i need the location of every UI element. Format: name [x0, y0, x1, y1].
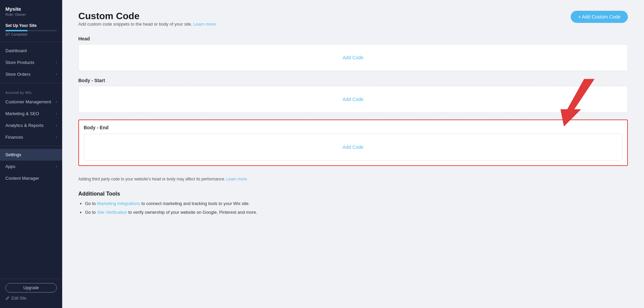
finances-label: Finances: [5, 135, 23, 140]
store-products-chevron: ›: [56, 61, 57, 64]
body-end-section: Body - End Add Code: [78, 119, 628, 166]
sidebar-header: Mysite Role: Owner: [0, 0, 62, 20]
apps-chevron: ›: [56, 165, 57, 168]
finances-chevron: ›: [56, 135, 57, 139]
body-start-code-box[interactable]: Add Code: [78, 86, 628, 113]
sidebar-item-analytics-reports[interactable]: Analytics & Reports ›: [0, 119, 62, 131]
customer-management-chevron: ›: [56, 100, 57, 104]
sidebar-item-store-products[interactable]: Store Products ›: [0, 57, 62, 68]
store-products-label: Store Products: [5, 60, 34, 65]
site-name: Mysite: [5, 6, 57, 12]
tool-2-suffix: to verify ownership of your website on G…: [128, 210, 257, 215]
body-start-section-label: Body - Start: [78, 78, 628, 83]
additional-tools-section: Additional Tools Go to Marketing Integra…: [78, 191, 628, 215]
add-custom-code-button[interactable]: + Add Custom Code: [571, 11, 628, 23]
setup-section: Set Up Your Site 3/7 Completed: [0, 20, 62, 39]
body-end-section-label: Body - End: [84, 125, 622, 130]
edit-site-link[interactable]: Edit Site: [5, 296, 57, 301]
page-title: Custom Code: [78, 11, 216, 22]
progress-bar-bg: [5, 30, 57, 31]
store-orders-chevron: ›: [56, 72, 57, 76]
edit-icon: [5, 296, 9, 300]
customer-management-label: Customer Management: [5, 99, 51, 104]
sidebar-divider-2: [0, 83, 62, 83]
tool-1-suffix: to connect marketing and tracking tools …: [142, 201, 250, 206]
body-start-add-code-link[interactable]: Add Code: [343, 97, 363, 102]
sidebar-item-content-manager[interactable]: Content Manager: [0, 172, 62, 184]
progress-bar-fill: [5, 30, 28, 31]
body-start-section: Body - Start Add Code: [78, 78, 628, 113]
body-end-code-box[interactable]: Add Code: [84, 134, 622, 161]
learn-more-link-1[interactable]: Learn more: [194, 22, 216, 27]
sidebar-item-settings[interactable]: Settings: [0, 149, 62, 161]
sidebar-item-marketing-seo[interactable]: Marketing & SEO ›: [0, 108, 62, 119]
sidebar-divider-3: [0, 146, 62, 146]
head-add-code-link[interactable]: Add Code: [343, 55, 363, 60]
page-title-group: Custom Code Add custom code snippets to …: [78, 11, 216, 35]
main-content: Custom Code Add custom code snippets to …: [62, 0, 644, 308]
edit-site-label: Edit Site: [11, 296, 27, 301]
warning-learn-more-link[interactable]: Learn more: [226, 177, 247, 181]
head-section: Head Add Code: [78, 36, 628, 71]
head-code-box[interactable]: Add Code: [78, 44, 628, 71]
tool-2-prefix: Go to: [85, 210, 96, 215]
sidebar-item-store-orders[interactable]: Store Orders ›: [0, 68, 62, 80]
upgrade-button[interactable]: Upgrade: [5, 283, 57, 293]
sidebar-bottom: Upgrade Edit Site: [0, 279, 62, 305]
sidebar-item-dashboard[interactable]: Dashboard: [0, 45, 62, 57]
marketing-seo-label: Marketing & SEO: [5, 111, 39, 116]
content-manager-label: Content Manager: [5, 176, 39, 181]
analytics-reports-label: Analytics & Reports: [5, 123, 43, 128]
ascend-section-label: Ascend by Wix: [0, 86, 62, 96]
store-orders-label: Store Orders: [5, 72, 30, 77]
apps-label: Apps: [5, 164, 15, 169]
body-end-add-code-link[interactable]: Add Code: [343, 144, 363, 150]
dashboard-label: Dashboard: [5, 48, 27, 53]
additional-tools-title: Additional Tools: [78, 191, 628, 197]
sidebar-item-apps[interactable]: Apps ›: [0, 161, 62, 172]
setup-title: Set Up Your Site: [5, 23, 57, 28]
site-verification-link[interactable]: Site Verification: [97, 210, 127, 215]
site-role: Role: Owner: [5, 12, 57, 16]
page-header: Custom Code Add custom code snippets to …: [78, 11, 628, 35]
tool-1-prefix: Go to: [85, 201, 96, 206]
tools-list: Go to Marketing Integrations to connect …: [78, 200, 628, 215]
marketing-integrations-link[interactable]: Marketing Integrations: [97, 201, 140, 206]
tools-list-item-2: Go to Site Verification to verify owners…: [85, 209, 628, 216]
page-subtitle: Add custom code snippets to the head or …: [78, 22, 216, 27]
subtitle-text: Add custom code snippets to the head or …: [78, 22, 192, 27]
sidebar-item-finances[interactable]: Finances ›: [0, 131, 62, 143]
sidebar-item-customer-management[interactable]: Customer Management ›: [0, 96, 62, 108]
sidebar-nav: Dashboard Store Products › Store Orders …: [0, 45, 62, 279]
sidebar-divider: [0, 42, 62, 42]
sidebar: Mysite Role: Owner Set Up Your Site 3/7 …: [0, 0, 62, 308]
settings-label: Settings: [5, 152, 21, 157]
head-section-label: Head: [78, 36, 628, 41]
warning-text: Adding third party code to your website'…: [78, 177, 628, 181]
analytics-reports-chevron: ›: [56, 124, 57, 127]
body-end-wrapper: Body - End Add Code: [78, 119, 628, 171]
marketing-seo-chevron: ›: [56, 112, 57, 115]
progress-text: 3/7 Completed: [5, 33, 57, 36]
tools-list-item-1: Go to Marketing Integrations to connect …: [85, 200, 628, 207]
warning-text-content: Adding third party code to your website'…: [78, 177, 225, 181]
